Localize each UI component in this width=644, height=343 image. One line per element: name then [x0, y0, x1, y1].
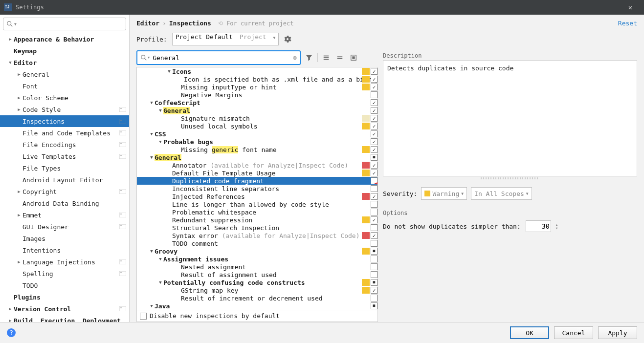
inspection-row[interactable]: Injected References — [137, 193, 378, 200]
inspection-row[interactable]: Duplicated code fragment — [137, 177, 378, 185]
inspection-checkbox[interactable] — [371, 115, 378, 122]
inspection-filter[interactable]: ▼ ⊗ — [136, 50, 301, 65]
inspection-row[interactable]: Nested assignment — [137, 263, 378, 271]
inspection-checkbox[interactable] — [371, 91, 378, 98]
inspection-row[interactable]: Negative Margins — [137, 91, 378, 99]
inspection-checkbox[interactable] — [371, 84, 378, 90]
inspection-row[interactable]: ▼CoffeeScript — [137, 99, 378, 107]
breadcrumb-editor[interactable]: Editor — [136, 20, 159, 27]
inspection-row[interactable]: Syntax error (available for Analyze|Insp… — [137, 232, 378, 239]
profile-select[interactable]: Project Default Project ▼ — [172, 33, 279, 45]
gear-icon[interactable] — [284, 35, 291, 43]
inspection-checkbox[interactable] — [371, 177, 378, 184]
inspection-row[interactable]: Icon is specified both as .xml file and … — [137, 75, 378, 83]
inspection-checkbox[interactable] — [371, 224, 378, 231]
inspection-row[interactable]: ▼Probable bugs — [137, 138, 378, 146]
collapse-all-icon[interactable] — [334, 52, 345, 63]
inspection-row[interactable]: Inconsistent line separators — [137, 185, 378, 193]
stepper-icon[interactable]: ▲▼ — [556, 223, 558, 230]
inspection-row[interactable]: TODO comment — [137, 239, 378, 247]
inspection-row[interactable]: ▼Potentially confusing code constructs — [137, 279, 378, 286]
sidebar-item[interactable]: ▶Code Style — [0, 104, 129, 115]
sidebar-item[interactable]: ▶Language Injections — [0, 256, 129, 268]
sidebar-item[interactable]: File Encodings — [0, 139, 129, 150]
inspection-row[interactable]: Redundant suppression — [137, 216, 378, 224]
inspection-row[interactable]: Default File Template Usage — [137, 169, 378, 177]
sidebar-item[interactable]: Images — [0, 233, 129, 244]
inspection-checkbox[interactable] — [371, 216, 378, 223]
sidebar-item[interactable]: Keymap — [0, 45, 129, 57]
inspection-row[interactable]: ▼CSS — [137, 130, 378, 138]
ok-button[interactable]: OK — [510, 326, 549, 339]
severity-select[interactable]: Warning ▼ — [421, 187, 467, 200]
inspection-checkbox[interactable] — [371, 248, 378, 255]
inspection-checkbox[interactable] — [371, 279, 378, 286]
inspection-checkbox[interactable] — [371, 256, 378, 262]
inspection-row[interactable]: Problematic whitespace — [137, 208, 378, 216]
inspection-checkbox[interactable] — [371, 209, 378, 215]
sidebar-item[interactable]: File Types — [0, 162, 129, 174]
inspection-checkbox[interactable] — [371, 232, 378, 239]
sidebar-item[interactable]: Live Templates — [0, 150, 129, 162]
inspection-checkbox[interactable] — [371, 162, 378, 169]
disable-new-checkbox[interactable] — [140, 313, 147, 320]
inspection-checkbox[interactable] — [371, 123, 378, 129]
inspection-row[interactable]: Result of assignment used — [137, 271, 378, 279]
sidebar-item[interactable]: Plugins — [0, 291, 129, 303]
inspection-checkbox[interactable] — [371, 185, 378, 192]
inspection-checkbox[interactable] — [371, 287, 378, 294]
sidebar-item[interactable]: Spelling — [0, 268, 129, 279]
sidebar-item[interactable]: ▶Version Control — [0, 303, 129, 315]
inspection-checkbox[interactable] — [371, 107, 378, 114]
sidebar-item[interactable]: ▶General — [0, 68, 129, 80]
expand-all-icon[interactable] — [321, 52, 332, 63]
sidebar-item[interactable]: ▶Copyright — [0, 186, 129, 197]
inspection-row[interactable]: ▼Groovy — [137, 247, 378, 255]
simpler-value[interactable] — [526, 220, 551, 232]
sidebar-item[interactable]: ▼Editor — [0, 57, 129, 68]
filter-input[interactable] — [152, 54, 292, 62]
sidebar-item[interactable]: Inspections — [0, 115, 129, 127]
inspection-checkbox[interactable] — [371, 146, 378, 153]
sidebar-item[interactable]: ▶Appearance & Behavior — [0, 33, 129, 45]
inspection-row[interactable]: Line is longer than allowed by code styl… — [137, 200, 378, 208]
sidebar-item[interactable]: ▶Build, Execution, Deployment — [0, 315, 129, 322]
inspection-row[interactable]: Result of increment or decrement used — [137, 294, 378, 302]
sidebar-item[interactable]: GUI Designer — [0, 221, 129, 233]
sidebar-item[interactable]: ▶Emmet — [0, 209, 129, 221]
sidebar-item[interactable]: TODO — [0, 279, 129, 291]
close-icon[interactable]: ✕ — [621, 3, 640, 11]
inspection-checkbox[interactable] — [371, 154, 378, 161]
reset-link[interactable]: Reset — [618, 20, 637, 27]
inspection-row[interactable]: ▼Java — [137, 302, 378, 310]
cancel-button[interactable]: Cancel — [554, 326, 593, 339]
inspection-checkbox[interactable] — [371, 193, 378, 200]
inspection-row[interactable]: ▼General — [137, 107, 378, 114]
inspection-row[interactable]: Structural Search Inspection — [137, 224, 378, 232]
inspection-checkbox[interactable] — [371, 201, 378, 208]
apply-button[interactable]: Apply — [598, 326, 637, 339]
help-icon[interactable]: ? — [7, 328, 16, 337]
inspection-row[interactable]: Missing generic font name — [137, 146, 378, 153]
inspection-checkbox[interactable] — [371, 138, 378, 145]
inspection-checkbox[interactable] — [371, 99, 378, 106]
inspection-row[interactable]: ▼Assignment issues — [137, 255, 378, 263]
inspection-row[interactable]: Missing inputType or hint — [137, 83, 378, 91]
inspection-row[interactable]: Unused local symbols — [137, 122, 378, 130]
sidebar-item[interactable]: Intentions — [0, 244, 129, 256]
inspection-checkbox[interactable] — [371, 271, 378, 278]
scope-select[interactable]: In All Scopes ▼ — [471, 187, 532, 200]
sidebar-item[interactable]: File and Code Templates — [0, 127, 129, 139]
inspection-row[interactable]: GString map key — [137, 286, 378, 294]
sidebar-item[interactable]: Android Layout Editor — [0, 174, 129, 186]
sidebar-item[interactable]: ▶Color Scheme — [0, 92, 129, 104]
sidebar-search[interactable]: ▼ — [3, 18, 126, 30]
inspection-checkbox[interactable] — [371, 68, 378, 75]
filter-icon[interactable] — [304, 52, 314, 63]
sidebar-item[interactable]: Android Data Binding — [0, 197, 129, 209]
toggle-icon[interactable] — [348, 52, 359, 63]
clear-icon[interactable]: ⊗ — [293, 54, 297, 62]
inspection-row[interactable]: Signature mismatch — [137, 114, 378, 122]
inspection-row[interactable]: ▼General — [137, 153, 378, 161]
inspection-row[interactable]: ▼Icons — [137, 67, 378, 75]
